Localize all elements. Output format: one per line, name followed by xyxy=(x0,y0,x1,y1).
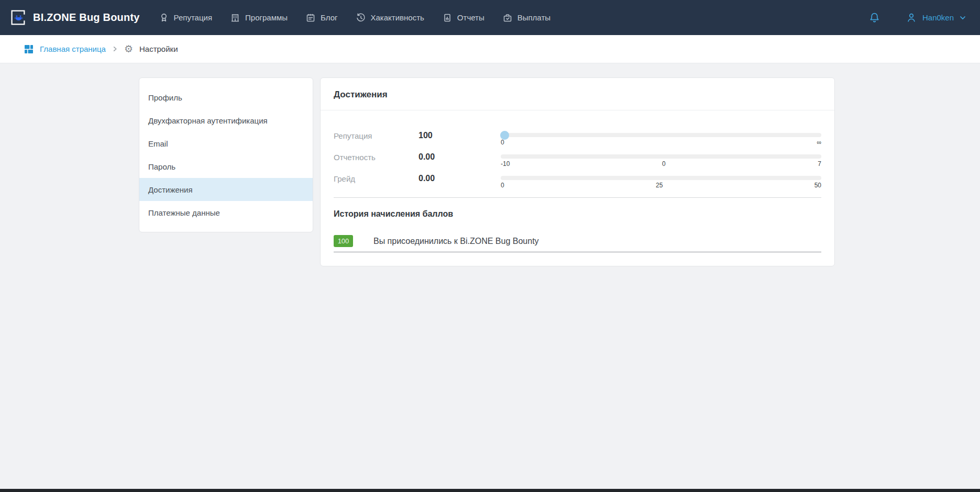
divider xyxy=(334,197,821,198)
tick-mid: 0 xyxy=(662,160,666,167)
nav-label: Хакактивность xyxy=(371,13,424,22)
reputation-slider: 0 ∞ xyxy=(501,133,821,146)
nav-item-reputation[interactable]: Репутация xyxy=(159,13,212,23)
brand-title: BI.ZONE Bug Bounty xyxy=(33,12,140,24)
breadcrumb-home-label: Главная страница xyxy=(40,44,106,53)
nav-item-payouts[interactable]: Выплаты xyxy=(502,13,550,23)
metrics-block: Репутация 100 0 ∞ Отчетность 0.00 -10 xyxy=(321,110,834,189)
building-icon xyxy=(230,13,240,23)
notifications-bell-icon[interactable] xyxy=(868,12,880,24)
sidebar-item-payment-details[interactable]: Платежные данные xyxy=(139,201,313,224)
metric-row-grade: Грейд 0.00 0 25 50 xyxy=(334,176,821,189)
tick-max: 7 xyxy=(818,160,821,167)
panel-header: Достижения xyxy=(321,78,834,110)
dashboard-grid-icon xyxy=(24,44,34,54)
slider-ticks: 0 25 50 xyxy=(501,182,821,189)
metric-row-reputation: Репутация 100 0 ∞ xyxy=(334,133,821,146)
user-name: Han0ken xyxy=(922,13,954,22)
slider-track xyxy=(501,176,821,180)
metric-row-reporting: Отчетность 0.00 -10 0 7 xyxy=(334,154,821,167)
gear-icon: ⚙ xyxy=(124,44,133,54)
metric-value: 0.00 xyxy=(419,153,501,161)
brand-logo[interactable]: BI.ZONE Bug Bounty xyxy=(10,9,140,26)
tick-mid: 25 xyxy=(656,182,663,189)
reporting-slider: -10 0 7 xyxy=(501,154,821,167)
nav-label: Программы xyxy=(245,13,288,22)
sidebar-item-achievements[interactable]: Достижения xyxy=(139,178,313,201)
slider-thumb[interactable] xyxy=(500,131,509,140)
points-history-title: История начисления баллов xyxy=(334,209,821,219)
chevron-right-icon xyxy=(112,46,118,52)
history-icon xyxy=(356,13,366,23)
slider-track xyxy=(501,154,821,159)
sidebar-item-password[interactable]: Пароль xyxy=(139,155,313,178)
nav-label: Отчеты xyxy=(457,13,485,22)
briefcase-check-icon xyxy=(502,13,513,23)
nav-item-programs[interactable]: Программы xyxy=(230,13,288,23)
sidebar-item-2fa[interactable]: Двухфакторная аутентификация xyxy=(139,109,313,132)
slider-ticks: -10 0 7 xyxy=(501,160,821,167)
settings-sidebar: Профиль Двухфакторная аутентификация Ema… xyxy=(139,77,313,232)
breadcrumb-current: Настройки xyxy=(139,44,178,53)
nav-label: Репутация xyxy=(174,13,212,22)
metric-label: Репутация xyxy=(334,132,419,140)
main-nav: Репутация Программы xyxy=(159,13,550,23)
medal-icon xyxy=(159,13,169,23)
metric-label: Отчетность xyxy=(334,153,419,162)
metric-value: 100 xyxy=(419,131,501,140)
slider-ticks: 0 ∞ xyxy=(501,139,821,146)
slider-track xyxy=(501,133,821,137)
tick-max: ∞ xyxy=(817,139,821,146)
tick-max: 50 xyxy=(814,182,821,189)
nav-item-hackactivity[interactable]: Хакактивность xyxy=(356,13,424,23)
history-entry-row: 100 Вы присоединились к Bi.ZONE Bug Boun… xyxy=(334,235,821,252)
bottom-edge-bar xyxy=(0,489,980,492)
grade-slider: 0 25 50 xyxy=(501,176,821,189)
navbar-right: Han0ken xyxy=(868,12,966,24)
user-menu[interactable]: Han0ken xyxy=(906,12,966,24)
nav-item-reports[interactable]: Отчеты xyxy=(442,13,485,23)
bizone-logo-icon xyxy=(10,9,27,26)
sidebar-item-email[interactable]: Email xyxy=(139,132,313,155)
sidebar-item-profile[interactable]: Профиль xyxy=(139,86,313,109)
breadcrumb-home-link[interactable]: Главная страница xyxy=(24,44,106,54)
top-navbar: BI.ZONE Bug Bounty Репутация xyxy=(0,0,980,35)
points-history-section: История начисления баллов 100 Вы присоед… xyxy=(321,209,834,266)
nav-item-blog[interactable]: Блог xyxy=(305,13,337,23)
history-entry-text: Вы присоединились к Bi.ZONE Bug Bounty xyxy=(373,237,539,246)
breadcrumb: Главная страница ⚙ Настройки xyxy=(0,35,980,63)
metric-label: Грейд xyxy=(334,175,419,183)
nav-label: Выплаты xyxy=(517,13,550,22)
chevron-down-icon xyxy=(959,14,966,21)
metric-value: 0.00 xyxy=(419,174,501,183)
tick-min: -10 xyxy=(501,160,510,167)
tick-min: 0 xyxy=(501,182,504,189)
user-icon xyxy=(906,12,917,24)
calendar-icon xyxy=(305,13,316,23)
report-icon xyxy=(442,13,453,23)
nav-label: Блог xyxy=(321,13,337,22)
points-badge: 100 xyxy=(334,235,353,247)
achievements-panel: Достижения Репутация 100 0 ∞ Отчетность … xyxy=(320,77,835,266)
tick-min: 0 xyxy=(501,139,504,146)
panel-title: Достижения xyxy=(334,90,821,100)
